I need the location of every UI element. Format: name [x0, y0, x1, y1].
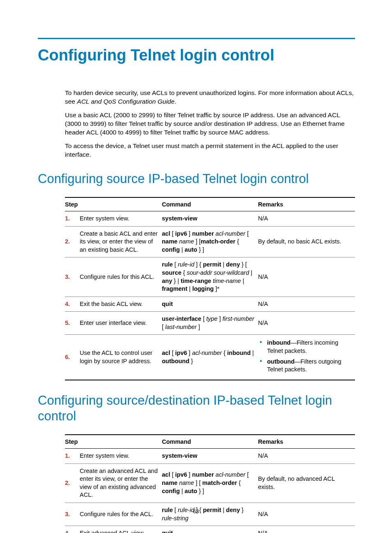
- step-number: 1.: [65, 449, 80, 464]
- step-desc: Use the ACL to control user login by sou…: [80, 335, 162, 380]
- th-step: Step: [65, 197, 162, 211]
- step-command: system-view: [162, 449, 258, 464]
- step-remarks: N/A: [258, 211, 355, 227]
- intro-p3: To access the device, a Telnet user must…: [65, 142, 355, 159]
- table-row: 4.Exit the basic ACL view.quitN/A: [65, 297, 355, 312]
- intro-p2: Use a basic ACL (2000 to 2999) to filter…: [65, 111, 355, 137]
- step-command: user-interface [ type ] first-number [ l…: [162, 312, 258, 335]
- section2-table: Step Command Remarks 1.Enter system view…: [65, 434, 355, 533]
- table-row: 5.Enter user interface view.user-interfa…: [65, 312, 355, 335]
- section2-heading: Configuring source/destination IP-based …: [38, 393, 355, 425]
- intro-p1: To harden device security, use ACLs to p…: [65, 89, 355, 106]
- table-row: 1.Enter system view.system-viewN/A: [65, 211, 355, 227]
- step-number: 5.: [65, 312, 80, 335]
- table-row: 2.Create an advanced ACL and enter its v…: [65, 463, 355, 503]
- step-remarks: N/A: [258, 312, 355, 335]
- step-command: system-view: [162, 211, 258, 227]
- table-row: 3.Configure rules for this ACL.rule [ ru…: [65, 257, 355, 297]
- step-command: quit: [162, 297, 258, 312]
- step-number: 4.: [65, 297, 80, 312]
- th-remarks: Remarks: [258, 435, 355, 449]
- step-remarks: N/A: [258, 257, 355, 297]
- step-remarks: By default, no basic ACL exists.: [258, 226, 355, 257]
- step-desc: Enter system view.: [80, 211, 162, 227]
- page-number: 63: [0, 508, 392, 514]
- step-command: rule [ rule-id ] { permit | deny } [ sou…: [162, 257, 258, 297]
- step-remarks: By default, no advanced ACL exists.: [258, 463, 355, 503]
- step-desc: Enter user interface view.: [80, 312, 162, 335]
- step-number: 4.: [65, 526, 80, 533]
- step-command: acl [ ipv6 ] acl-number { inbound | outb…: [162, 335, 258, 380]
- step-remarks: inbound—Filters incoming Telnet packets.…: [258, 335, 355, 380]
- step-desc: Create a basic ACL and enter its view, o…: [80, 226, 162, 257]
- section1-heading: Configuring source IP-based Telnet login…: [38, 171, 355, 187]
- table-row: 4.Exit advanced ACL view.quitN/A: [65, 526, 355, 533]
- step-command: acl [ ipv6 ] number acl-number [ name na…: [162, 226, 258, 257]
- step-remarks: N/A: [258, 449, 355, 464]
- table-row: 2.Create a basic ACL and enter its view,…: [65, 226, 355, 257]
- step-remarks: N/A: [258, 297, 355, 312]
- th-step: Step: [65, 435, 162, 449]
- intro-p1b: ACL and QoS Configuration Guide: [77, 98, 175, 105]
- step-number: 1.: [65, 211, 80, 227]
- step-number: 2.: [65, 463, 80, 503]
- page-title: Configuring Telnet login control: [38, 46, 355, 64]
- step-number: 3.: [65, 257, 80, 297]
- step-desc: Configure rules for this ACL.: [80, 257, 162, 297]
- table-row: 6.Use the ACL to control user login by s…: [65, 335, 355, 380]
- section1-table: Step Command Remarks 1.Enter system view…: [65, 197, 355, 380]
- section2-tbody: 1.Enter system view.system-viewN/A2.Crea…: [65, 449, 355, 533]
- intro-p1c: .: [175, 98, 176, 105]
- step-desc: Enter system view.: [80, 449, 162, 464]
- top-rule: [38, 38, 355, 39]
- step-command: acl [ ipv6 ] number acl-number [ name na…: [162, 463, 258, 503]
- th-command: Command: [162, 435, 258, 449]
- step-number: 6.: [65, 335, 80, 380]
- step-command: quit: [162, 526, 258, 533]
- step-desc: Exit advanced ACL view.: [80, 526, 162, 533]
- section1-tbody: 1.Enter system view.system-viewN/A2.Crea…: [65, 211, 355, 380]
- step-desc: Create an advanced ACL and enter its vie…: [80, 463, 162, 503]
- th-remarks: Remarks: [258, 197, 355, 211]
- intro-block: To harden device security, use ACLs to p…: [65, 89, 355, 159]
- th-command: Command: [162, 197, 258, 211]
- step-number: 2.: [65, 226, 80, 257]
- step-remarks: N/A: [258, 526, 355, 533]
- step-desc: Exit the basic ACL view.: [80, 297, 162, 312]
- table-row: 1.Enter system view.system-viewN/A: [65, 449, 355, 464]
